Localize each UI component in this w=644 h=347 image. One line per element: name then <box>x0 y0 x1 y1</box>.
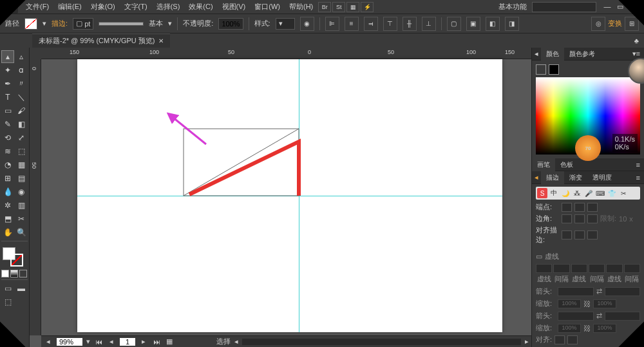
align-vcenter-icon[interactable]: ╫ <box>402 17 417 31</box>
align-left-icon[interactable]: ⊫ <box>325 17 339 31</box>
stroke-panel-menu-icon[interactable]: ≡ <box>632 174 644 182</box>
color-mode-icon[interactable] <box>1 270 9 277</box>
horizontal-scrollbar[interactable] <box>242 339 521 345</box>
shape-mode-4-icon[interactable]: ◨ <box>505 17 519 31</box>
isolate-icon[interactable]: ◎ <box>591 17 605 31</box>
eyedropper-tool[interactable]: 💧 <box>1 185 14 198</box>
link-scale-icon[interactable]: ⛓ <box>583 300 591 308</box>
prev-page-icon[interactable]: ◂ <box>107 337 116 346</box>
cap-butt-icon[interactable] <box>562 203 572 212</box>
menu-view[interactable]: 视图(V) <box>218 1 250 13</box>
pen-tool[interactable]: ✒ <box>1 77 14 90</box>
ime-skin-icon[interactable]: 👕 <box>607 188 617 198</box>
screen-mode-full[interactable]: ▬ <box>15 282 28 295</box>
page-field[interactable]: 1 <box>120 338 135 346</box>
direct-selection-tool[interactable]: ▵ <box>15 50 28 63</box>
screen-mode-normal[interactable]: ▭ <box>1 282 14 295</box>
transform-link[interactable]: 变换 <box>608 19 622 28</box>
color-spectrum[interactable]: 0.1K/s 0K/s 70 <box>536 77 640 155</box>
align-stroke-center-icon[interactable] <box>562 230 572 239</box>
change-screen-mode[interactable]: ⬚ <box>1 295 14 308</box>
recolor-icon[interactable]: ◉ <box>300 17 314 31</box>
ruler-origin[interactable] <box>30 48 41 59</box>
vertical-ruler[interactable]: 0 50 <box>30 59 41 335</box>
gpu-icon[interactable]: ⚡ <box>361 2 374 12</box>
scale-tool[interactable]: ⤢ <box>15 131 28 144</box>
workspace-switcher[interactable]: 基本功能 <box>498 2 527 12</box>
type-tool[interactable]: T <box>1 91 14 104</box>
symbol-sprayer-tool[interactable]: ✲ <box>1 199 14 212</box>
align-stroke-outside-icon[interactable] <box>587 230 598 239</box>
fill-stroke-control[interactable] <box>1 246 28 267</box>
width-tool[interactable]: ≋ <box>1 145 14 158</box>
menu-type[interactable]: 文字(T) <box>120 1 151 13</box>
tab-swatches[interactable]: 色板 <box>555 158 578 171</box>
align-bottom-icon[interactable]: ⊥ <box>422 17 436 31</box>
lasso-tool[interactable]: ɑ <box>15 64 28 77</box>
curvature-tool[interactable]: 〃 <box>15 77 28 90</box>
last-page-icon[interactable]: ⏭ <box>152 338 161 346</box>
gap-field-2[interactable] <box>589 264 605 273</box>
ime-keyboard-icon[interactable]: ⌨ <box>595 188 605 198</box>
brush-panel-menu-icon[interactable]: ≡ <box>632 161 644 169</box>
shape-mode-3-icon[interactable]: ◧ <box>486 17 500 31</box>
join-round-icon[interactable] <box>574 214 585 223</box>
bridge-icon[interactable]: Br <box>318 2 331 12</box>
align-right-icon[interactable]: ⫤ <box>364 17 378 31</box>
menu-file[interactable]: 文件(F) <box>22 1 53 13</box>
opacity-field[interactable]: 100% <box>218 18 243 30</box>
menu-effect[interactable]: 效果(C) <box>185 1 216 13</box>
ime-toolbar[interactable]: S 中 🌙 ⁂ 🎤 ⌨ 👕 ✂ <box>536 187 640 200</box>
mesh-tool[interactable]: ⊞ <box>1 172 14 185</box>
dash-field-2[interactable] <box>571 264 587 273</box>
tab-transparency[interactable]: 透明度 <box>587 171 617 184</box>
arrowhead-start-dropdown[interactable] <box>558 287 594 296</box>
arrowhead-end-dropdown[interactable] <box>605 287 641 296</box>
arrowhead-end-dropdown2[interactable] <box>605 312 641 321</box>
dash-checkbox[interactable]: ▭ <box>536 252 542 261</box>
ime-lang[interactable]: 中 <box>549 188 559 198</box>
arrow-tip-icon[interactable] <box>567 335 578 344</box>
graph-tool[interactable]: ▥ <box>15 199 28 212</box>
rotate-tool[interactable]: ⟲ <box>1 131 14 144</box>
ime-tool-icon[interactable]: ✂ <box>618 188 629 198</box>
arrange-icon[interactable]: ▦ <box>346 2 359 12</box>
ime-symbol-icon[interactable]: ⁂ <box>572 188 582 198</box>
menu-object[interactable]: 对象(O) <box>87 1 119 13</box>
eraser-tool[interactable]: ◧ <box>15 118 28 131</box>
stroke-profile[interactable] <box>99 22 144 26</box>
color-fill-swatch[interactable] <box>536 64 546 75</box>
search-input[interactable] <box>532 2 596 12</box>
gap-field-1[interactable] <box>553 264 569 273</box>
tab-close-icon[interactable]: ✕ <box>158 37 164 44</box>
zoom-out-icon[interactable]: ◂ <box>44 337 53 346</box>
gap-field-3[interactable] <box>624 264 640 273</box>
gradient-mode-icon[interactable] <box>10 270 18 277</box>
artboard-nav-icon[interactable]: ▦ <box>165 337 174 346</box>
artwork[interactable] <box>77 59 502 332</box>
document-tab[interactable]: 未标题-2* @ 99% (CMYK/GPU 预览) ✕ <box>32 33 170 48</box>
panel-collapse-icon[interactable]: ◂ <box>532 50 541 58</box>
rectangle-tool[interactable]: ▭ <box>1 104 14 117</box>
free-transform-tool[interactable]: ⬚ <box>15 145 28 158</box>
dash-field-3[interactable] <box>606 264 622 273</box>
shape-mode-2-icon[interactable]: ▣ <box>466 17 480 31</box>
stock-icon[interactable]: St <box>332 2 345 12</box>
next-page-icon[interactable]: ▸ <box>139 337 148 346</box>
paintbrush-tool[interactable]: 🖌 <box>15 104 28 117</box>
ime-moon-icon[interactable]: 🌙 <box>560 188 571 198</box>
pencil-tool[interactable]: ✎ <box>1 118 14 131</box>
tab-brushes[interactable]: 画笔 <box>532 158 555 171</box>
fill-swatch[interactable] <box>24 18 37 30</box>
arrow-scale-start-field[interactable]: 100% <box>558 299 581 308</box>
style-dropdown[interactable]: ▾ <box>276 18 295 30</box>
zoom-tool[interactable]: 🔍 <box>15 226 28 239</box>
hand-tool[interactable]: ✋ <box>1 226 14 239</box>
join-miter-icon[interactable] <box>562 214 572 223</box>
arrow-scale-end-field[interactable]: 100% <box>593 299 616 308</box>
stroke-weight-field[interactable]: ▢ pt <box>73 18 93 30</box>
join-bevel-icon[interactable] <box>587 214 598 223</box>
align-stroke-inside-icon[interactable] <box>574 230 585 239</box>
first-page-icon[interactable]: ⏮ <box>94 338 103 346</box>
color-stroke-swatch[interactable] <box>549 64 559 75</box>
